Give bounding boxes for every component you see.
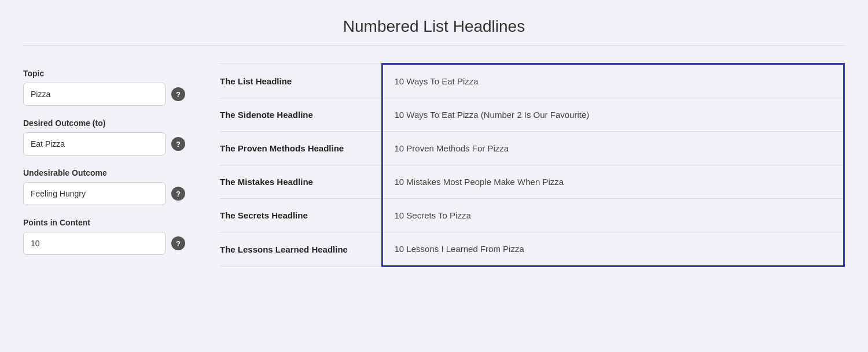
row-value: 10 Lessons I Learned From Pizza [382,232,844,266]
undesirable-outcome-input[interactable] [23,182,165,205]
row-label: The Sidenote Headline [220,98,382,132]
left-panel: Topic ? Desired Outcome (to) ? Undesirab… [23,63,185,268]
desired-outcome-help-icon[interactable]: ? [171,137,185,151]
topic-input[interactable] [23,83,165,106]
field-group-topic: Topic ? [23,69,185,106]
points-input-row: ? [23,232,185,255]
page-title: Numbered List Headlines [23,17,845,36]
desired-outcome-input-row: ? [23,132,185,155]
results-table: The List Headline10 Ways To Eat PizzaThe… [220,63,845,267]
topic-input-row: ? [23,83,185,106]
desired-outcome-label: Desired Outcome (to) [23,118,185,128]
table-row: The Sidenote Headline10 Ways To Eat Pizz… [220,98,844,132]
row-label: The Proven Methods Headline [220,132,382,165]
row-value: 10 Ways To Eat Pizza [382,64,844,98]
undesirable-outcome-help-icon[interactable]: ? [171,187,185,201]
field-group-desired-outcome: Desired Outcome (to) ? [23,118,185,155]
topic-help-icon[interactable]: ? [171,87,185,101]
section-divider [23,45,845,46]
right-panel: The List Headline10 Ways To Eat PizzaThe… [220,63,845,267]
topic-label: Topic [23,69,185,78]
content-layout: Topic ? Desired Outcome (to) ? Undesirab… [23,63,845,268]
undesirable-outcome-label: Undesirable Outcome [23,168,185,177]
row-label: The List Headline [220,64,382,98]
undesirable-outcome-input-row: ? [23,182,185,205]
page-title-section: Numbered List Headlines [23,17,845,46]
field-group-undesirable-outcome: Undesirable Outcome ? [23,168,185,205]
points-label: Points in Content [23,218,185,227]
field-group-points: Points in Content ? [23,218,185,255]
points-input[interactable] [23,232,165,255]
row-label: The Secrets Headline [220,199,382,232]
table-row: The Proven Methods Headline10 Proven Met… [220,132,844,165]
row-value: 10 Proven Methods For Pizza [382,132,844,165]
row-value: 10 Mistakes Most People Make When Pizza [382,165,844,199]
row-value: 10 Ways To Eat Pizza (Number 2 Is Our Fa… [382,98,844,132]
page-container: Numbered List Headlines Topic ? Desired … [0,0,868,352]
row-value: 10 Secrets To Pizza [382,199,844,232]
table-row: The List Headline10 Ways To Eat Pizza [220,64,844,98]
row-label: The Lessons Learned Headline [220,232,382,266]
table-row: The Mistakes Headline10 Mistakes Most Pe… [220,165,844,199]
table-row: The Lessons Learned Headline10 Lessons I… [220,232,844,266]
table-row: The Secrets Headline10 Secrets To Pizza [220,199,844,232]
desired-outcome-input[interactable] [23,132,165,155]
points-help-icon[interactable]: ? [171,236,185,250]
row-label: The Mistakes Headline [220,165,382,199]
